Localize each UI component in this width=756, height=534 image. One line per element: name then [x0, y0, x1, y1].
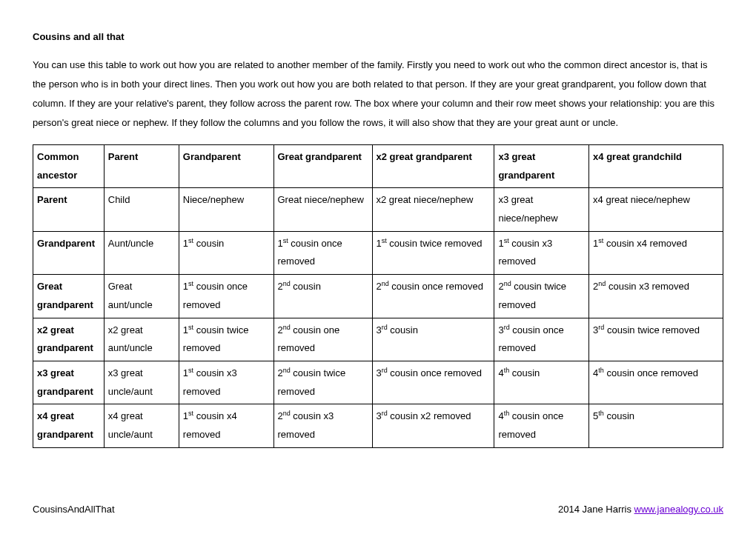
table-cell: Great aunt/uncle: [104, 275, 179, 318]
table-cell: 3rd cousin once removed: [494, 318, 589, 361]
table-cell: 1st cousin x4 removed: [589, 231, 723, 274]
table-cell: 1st cousin: [179, 231, 273, 274]
col-header: x2 great grandparent: [372, 145, 494, 188]
table-cell: 1st cousin twice removed: [372, 231, 494, 274]
intro-paragraph: You can use this table to work out how y…: [33, 56, 723, 133]
col-header: Great grandparent: [273, 145, 372, 188]
table-cell: 4th cousin once removed: [589, 361, 723, 404]
table-cell: x4 great uncle/aunt: [104, 404, 179, 447]
table-cell: 5th cousin: [589, 404, 723, 447]
col-header: x3 great grandparent: [494, 145, 589, 188]
row-header: x2 great grandparent: [33, 318, 105, 361]
table-cell: Child: [104, 188, 179, 231]
table-header-row: Common ancestor Parent Grandparent Great…: [33, 145, 723, 188]
cousins-table: Common ancestor Parent Grandparent Great…: [33, 144, 723, 448]
table-row: GrandparentAunt/uncle1st cousin1st cousi…: [33, 231, 723, 274]
table-cell: 4th cousin once removed: [494, 404, 589, 447]
footer-credit: 2014 Jane Harris: [558, 504, 634, 515]
table-cell: x3 great uncle/aunt: [104, 361, 179, 404]
table-cell: 2nd cousin: [273, 275, 372, 318]
page-title: Cousins and all that: [33, 31, 723, 42]
row-header: Great grandparent: [33, 275, 105, 318]
footer-link[interactable]: www.janealogy.co.uk: [634, 504, 723, 515]
table-row: x4 great grandparentx4 great uncle/aunt1…: [33, 404, 723, 447]
table-cell: x2 great aunt/uncle: [104, 318, 179, 361]
table-cell: 1st cousin x3 removed: [179, 361, 273, 404]
col-header: Common ancestor: [33, 145, 105, 188]
table-cell: 2nd cousin x3 removed: [589, 275, 723, 318]
table-cell: 3rd cousin x2 removed: [372, 404, 494, 447]
table-cell: 1st cousin twice removed: [179, 318, 273, 361]
footer-left: CousinsAndAllThat: [33, 504, 115, 515]
row-header: Grandparent: [33, 231, 105, 274]
table-cell: x2 great niece/nephew: [372, 188, 494, 231]
table-row: ParentChildNiece/nephewGreat niece/nephe…: [33, 188, 723, 231]
table-cell: 2nd cousin once removed: [372, 275, 494, 318]
table-row: x3 great grandparentx3 great uncle/aunt1…: [33, 361, 723, 404]
footer-right: 2014 Jane Harris www.janealogy.co.uk: [558, 504, 723, 515]
table-cell: 3rd cousin: [372, 318, 494, 361]
row-header: x4 great grandparent: [33, 404, 105, 447]
table-cell: 3rd cousin once removed: [372, 361, 494, 404]
col-header: Parent: [104, 145, 179, 188]
table-cell: Great niece/nephew: [273, 188, 372, 231]
col-header: Grandparent: [179, 145, 273, 188]
table-cell: 1st cousin x4 removed: [179, 404, 273, 447]
row-header: x3 great grandparent: [33, 361, 105, 404]
table-cell: 1st cousin once removed: [273, 231, 372, 274]
table-cell: 1st cousin x3 removed: [494, 231, 589, 274]
table-cell: 2nd cousin twice removed: [273, 361, 372, 404]
table-row: x2 great grandparentx2 great aunt/uncle1…: [33, 318, 723, 361]
table-row: Great grandparentGreat aunt/uncle1st cou…: [33, 275, 723, 318]
table-cell: x4 great niece/nephew: [589, 188, 723, 231]
table-cell: 2nd cousin x3 removed: [273, 404, 372, 447]
table-cell: Aunt/uncle: [104, 231, 179, 274]
table-cell: 1st cousin once removed: [179, 275, 273, 318]
table-cell: x3 great niece/nephew: [494, 188, 589, 231]
table-cell: 3rd cousin twice removed: [589, 318, 723, 361]
table-cell: 2nd cousin twice removed: [494, 275, 589, 318]
row-header: Parent: [33, 188, 105, 231]
table-cell: Niece/nephew: [179, 188, 273, 231]
col-header: x4 great grandchild: [589, 145, 723, 188]
page-footer: CousinsAndAllThat 2014 Jane Harris www.j…: [33, 504, 723, 515]
table-cell: 2nd cousin one removed: [273, 318, 372, 361]
table-cell: 4th cousin: [494, 361, 589, 404]
